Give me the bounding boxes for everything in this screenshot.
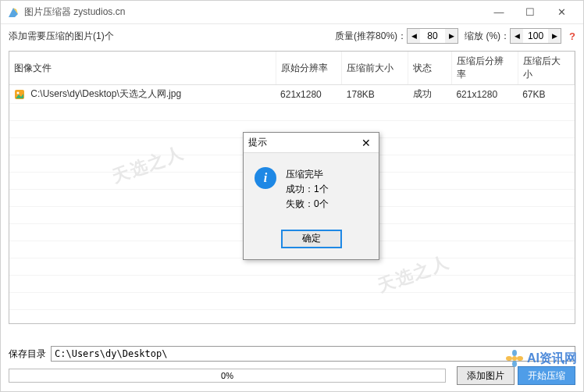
file-icon	[14, 89, 25, 100]
cell-new-res: 621x1280	[451, 85, 518, 104]
window-title: 图片压缩器 zystudios.cn	[24, 5, 483, 19]
cell-orig-res: 621x1280	[276, 85, 342, 104]
progress-text: 0%	[221, 371, 233, 380]
save-dir-input[interactable]	[51, 346, 575, 362]
col-status[interactable]: 状态	[408, 52, 452, 85]
minimize-button[interactable]: —	[483, 2, 515, 23]
cell-new-size: 67KB	[518, 85, 574, 104]
svg-point-5	[512, 350, 517, 356]
toolbar: 添加需要压缩的图片(1)个 质量(推荐80%)： ◀ ▶ 缩放 (%)： ◀ ▶…	[1, 24, 583, 48]
table-row	[9, 293, 575, 310]
dialog-line2: 成功：1个	[286, 182, 329, 197]
scale-input[interactable]	[523, 30, 548, 41]
svg-point-7	[512, 361, 517, 367]
svg-point-8	[506, 356, 512, 361]
info-dialog: 提示 ✕ i 压缩完毕 成功：1个 失败：0个 确定	[243, 132, 379, 260]
dialog-title: 提示	[248, 136, 267, 149]
dialog-line3: 失败：0个	[286, 197, 329, 212]
quality-label: 质量(推荐80%)：	[335, 30, 407, 43]
quality-increase-button[interactable]: ▶	[445, 29, 458, 43]
scale-label: 缩放 (%)：	[465, 30, 510, 43]
quality-decrease-button[interactable]: ◀	[408, 29, 420, 43]
progress-bar: 0%	[9, 369, 446, 383]
titlebar: 图片压缩器 zystudios.cn — ☐ ✕	[1, 1, 583, 24]
table-row[interactable]: C:\Users\dy\Desktop\天选之人网.jpg 621x1280 1…	[9, 85, 575, 104]
start-compress-button[interactable]: 开始压缩	[518, 366, 575, 385]
table-row	[9, 104, 575, 121]
cell-orig-size: 178KB	[342, 85, 408, 104]
dialog-message: 压缩完毕 成功：1个 失败：0个	[286, 167, 329, 212]
table-row	[9, 258, 575, 276]
add-image-button[interactable]: 添加图片	[457, 366, 515, 385]
dialog-close-button[interactable]: ✕	[358, 137, 374, 149]
watermark-text: AI资讯网	[527, 351, 577, 367]
col-new-res[interactable]: 压缩后分辨率	[451, 52, 518, 85]
info-icon: i	[255, 167, 276, 189]
svg-point-4	[512, 356, 517, 361]
col-orig-res[interactable]: 原始分辨率	[276, 52, 342, 85]
close-button[interactable]: ✕	[546, 2, 577, 23]
col-file[interactable]: 图像文件	[9, 52, 276, 85]
col-orig-size[interactable]: 压缩前大小	[342, 52, 408, 85]
svg-marker-0	[9, 8, 18, 17]
quality-input[interactable]	[420, 30, 445, 41]
watermark-icon	[505, 349, 524, 368]
cell-file: C:\Users\dy\Desktop\天选之人网.jpg	[30, 88, 181, 99]
add-count-label: 添加需要压缩的图片(1)个	[9, 30, 329, 43]
scale-stepper[interactable]: ◀ ▶	[510, 28, 561, 44]
table-row	[9, 310, 575, 325]
quality-stepper[interactable]: ◀ ▶	[407, 28, 458, 44]
svg-point-3	[17, 91, 20, 94]
help-icon[interactable]: ?	[569, 30, 575, 42]
maximize-button[interactable]: ☐	[515, 2, 546, 23]
cell-status: 成功	[408, 85, 452, 104]
dialog-line1: 压缩完毕	[286, 167, 329, 182]
page-watermark: AI资讯网	[505, 349, 577, 368]
app-icon	[7, 6, 20, 19]
dialog-ok-button[interactable]: 确定	[281, 230, 342, 248]
table-row	[9, 276, 575, 293]
bottom-panel: 保存目录 0% 添加图片 开始压缩	[1, 341, 583, 391]
scale-increase-button[interactable]: ▶	[548, 29, 561, 43]
save-dir-label: 保存目录	[9, 347, 46, 361]
col-new-size[interactable]: 压缩后大小	[518, 52, 574, 85]
svg-point-6	[517, 356, 523, 361]
scale-decrease-button[interactable]: ◀	[511, 29, 523, 43]
